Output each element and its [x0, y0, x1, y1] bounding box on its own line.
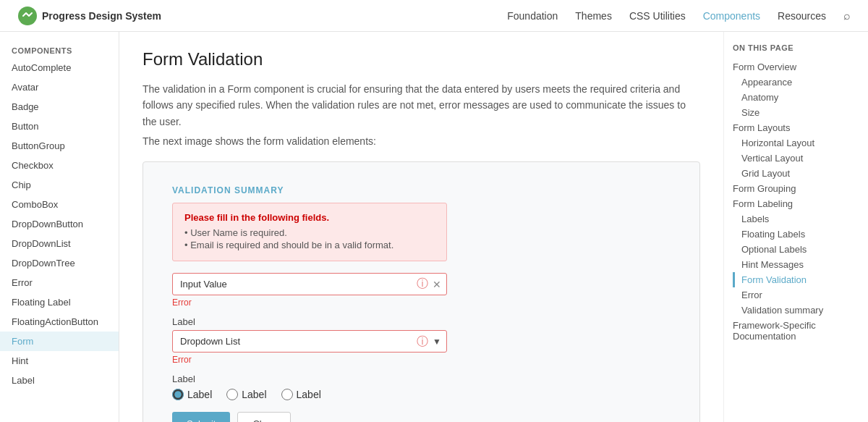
- input-info-icon[interactable]: ⓘ: [417, 277, 428, 292]
- nav-links: Foundation Themes CSS Utilities Componen…: [507, 9, 851, 22]
- toc-title: ON THIS PAGE: [733, 43, 859, 52]
- sidebar: COMPONENTS AutoComplete Avatar Badge But…: [0, 32, 119, 422]
- input-close-icon[interactable]: ✕: [433, 279, 441, 290]
- nav-resources[interactable]: Resources: [778, 10, 826, 22]
- select-icons: ⓘ ▼: [417, 334, 441, 349]
- radio-form-group: Label Label Label Label: [172, 374, 671, 400]
- progress-logo-icon: [17, 6, 38, 26]
- radio-item-2[interactable]: Label: [226, 389, 266, 400]
- toc-optional-labels[interactable]: Optional Labels: [733, 242, 859, 257]
- select-chevron-icon: ▼: [433, 337, 441, 347]
- dropdown-label: Label: [172, 316, 447, 327]
- top-nav: Progress Design System Foundation Themes…: [0, 0, 868, 32]
- radio-label-2: Label: [242, 389, 266, 400]
- sidebar-item-dropdownbutton[interactable]: DropDownButton: [0, 214, 119, 234]
- dropdown-error-text: Error: [172, 355, 447, 365]
- toc-form-validation[interactable]: Form Validation: [733, 272, 859, 287]
- main-content: Form Validation The validation in a Form…: [119, 32, 723, 422]
- sidebar-item-combobox[interactable]: ComboBox: [0, 195, 119, 214]
- toc-vertical-layout[interactable]: Vertical Layout: [733, 151, 859, 166]
- toc-labels[interactable]: Labels: [733, 211, 859, 227]
- radio-item-3[interactable]: Label: [281, 389, 321, 400]
- select-wrapper: Dropdown List ⓘ ▼: [172, 330, 447, 353]
- toc-validation-summary[interactable]: Validation summary: [733, 303, 859, 318]
- sidebar-item-form[interactable]: Form: [0, 332, 119, 351]
- toc-form-overview[interactable]: Form Overview: [733, 59, 859, 75]
- demo-box: VALIDATION SUMMARY Please fill in the fo…: [142, 161, 700, 422]
- error-list: User Name is required. Email is required…: [184, 227, 435, 250]
- sidebar-item-checkbox[interactable]: Checkbox: [0, 156, 119, 175]
- sidebar-item-dropdowntree[interactable]: DropDownTree: [0, 253, 119, 273]
- radio-input-1[interactable]: [172, 389, 184, 400]
- radio-group: Label Label Label: [172, 389, 671, 400]
- toc-appearance[interactable]: Appearance: [733, 75, 859, 90]
- btn-group: Submit Clear: [172, 412, 671, 422]
- search-icon[interactable]: ⌕: [843, 9, 851, 22]
- radio-group-label: Label: [172, 374, 671, 384]
- sidebar-item-avatar[interactable]: Avatar: [0, 77, 119, 97]
- sidebar-item-dropdownlist[interactable]: DropDownList: [0, 234, 119, 253]
- input-icons: ⓘ ✕: [417, 277, 441, 292]
- toc-floating-labels[interactable]: Floating Labels: [733, 227, 859, 242]
- toc-size[interactable]: Size: [733, 105, 859, 120]
- sidebar-item-autocomplete[interactable]: AutoComplete: [0, 58, 119, 77]
- validation-error-box: Please fill in the following fields. Use…: [172, 203, 447, 261]
- radio-input-2[interactable]: [226, 389, 238, 400]
- validation-summary-label: VALIDATION SUMMARY: [172, 185, 671, 195]
- sidebar-item-button[interactable]: Button: [0, 117, 119, 136]
- toc-anatomy[interactable]: Anatomy: [733, 90, 859, 105]
- logo: Progress Design System: [17, 6, 161, 26]
- select-info-icon: ⓘ: [417, 334, 428, 349]
- submit-button[interactable]: Submit: [172, 412, 230, 422]
- dropdown-form-group: Label Dropdown List ⓘ ▼ Error: [172, 316, 447, 365]
- error-box-title: Please fill in the following fields.: [184, 212, 435, 223]
- nav-css-utilities[interactable]: CSS Utilities: [629, 10, 686, 22]
- page-title: Form Validation: [142, 49, 700, 69]
- toc-error[interactable]: Error: [733, 287, 859, 303]
- radio-item-1[interactable]: Label: [172, 389, 212, 400]
- sidebar-item-badge[interactable]: Badge: [0, 97, 119, 117]
- sidebar-item-floatingactionbutton[interactable]: FloatingActionButton: [0, 312, 119, 332]
- toc-grid-layout[interactable]: Grid Layout: [733, 166, 859, 181]
- svg-point-0: [18, 7, 37, 25]
- brand-name: Progress Design System: [42, 10, 161, 22]
- page-subdesc: The next image shows the form validation…: [142, 135, 700, 147]
- sidebar-item-hint[interactable]: Hint: [0, 351, 119, 371]
- radio-label-1: Label: [187, 389, 212, 400]
- nav-themes[interactable]: Themes: [575, 10, 612, 22]
- app-layout: COMPONENTS AutoComplete Avatar Badge But…: [0, 32, 868, 422]
- text-input[interactable]: [172, 273, 447, 295]
- right-toc: ON THIS PAGE Form Overview Appearance An…: [723, 32, 868, 422]
- input-wrapper: ⓘ ✕: [172, 273, 447, 295]
- page-description: The validation in a Form component is cr…: [142, 81, 700, 130]
- sidebar-item-error[interactable]: Error: [0, 273, 119, 292]
- toc-form-labeling[interactable]: Form Labeling: [733, 196, 859, 211]
- error-list-item-1: User Name is required.: [184, 227, 435, 238]
- radio-label-3: Label: [297, 389, 321, 400]
- toc-form-layouts[interactable]: Form Layouts: [733, 120, 859, 135]
- sidebar-item-buttongroup[interactable]: ButtonGroup: [0, 136, 119, 156]
- sidebar-item-chip[interactable]: Chip: [0, 175, 119, 195]
- sidebar-item-label[interactable]: Label: [0, 371, 119, 390]
- sidebar-section-label: COMPONENTS: [0, 41, 119, 58]
- toc-horizontal-layout[interactable]: Horizontal Layout: [733, 135, 859, 151]
- toc-framework-specific[interactable]: Framework-Specific Documentation: [733, 318, 859, 344]
- clear-button[interactable]: Clear: [237, 412, 290, 422]
- input-error-text: Error: [172, 297, 447, 308]
- toc-form-grouping[interactable]: Form Grouping: [733, 181, 859, 196]
- nav-components[interactable]: Components: [703, 10, 760, 22]
- dropdown-select[interactable]: Dropdown List: [172, 330, 447, 353]
- nav-foundation[interactable]: Foundation: [507, 10, 558, 22]
- toc-hint-messages[interactable]: Hint Messages: [733, 257, 859, 272]
- error-list-item-2: Email is required and should be in a val…: [184, 240, 435, 250]
- radio-input-3[interactable]: [281, 389, 293, 400]
- sidebar-item-floating-label[interactable]: Floating Label: [0, 292, 119, 312]
- input-form-group: ⓘ ✕ Error: [172, 273, 447, 308]
